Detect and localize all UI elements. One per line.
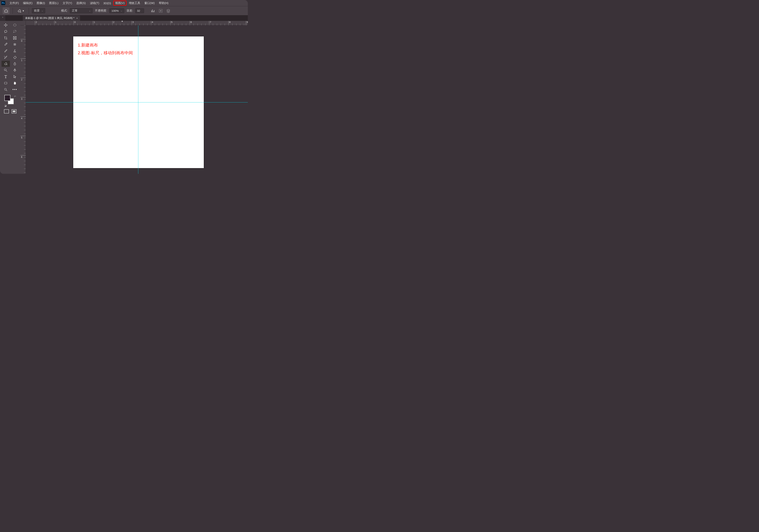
- ruler-v-tick: 5: [20, 136, 26, 139]
- tolerance-value: 32: [137, 9, 140, 12]
- ruler-h-tick: 8: [228, 21, 230, 25]
- magic-lasso-tool[interactable]: [11, 28, 19, 34]
- svg-rect-6: [4, 82, 7, 84]
- opacity-dropdown[interactable]: 100% ⌄: [109, 8, 124, 13]
- menu-layer[interactable]: 图层(L): [47, 1, 60, 6]
- ruler-h-tick: 4: [151, 21, 153, 25]
- opacity-label: 不透明度:: [95, 9, 107, 13]
- ruler-h-tick: 3: [132, 21, 134, 25]
- document-tab-title: 未标题-1 @ 90.9% (图层 1 拷贝, RGB/8) *: [25, 17, 74, 20]
- menu-type[interactable]: 文字(Y): [61, 1, 74, 6]
- antialias-toggle[interactable]: [150, 8, 156, 14]
- mode-label: 模式:: [61, 9, 67, 13]
- svg-point-7: [4, 88, 6, 90]
- marquee-ellipse-tool[interactable]: [11, 22, 19, 28]
- menu-view[interactable]: 视图(V): [113, 1, 127, 6]
- edit-toolbar[interactable]: •••: [11, 87, 19, 93]
- menu-edit[interactable]: 编辑(E): [21, 1, 34, 6]
- svg-point-4: [7, 64, 7, 65]
- canvas-zone: 2 1 0 1 2 3 4 5 6 7 8 9 0 1 2 3 4 5 6: [20, 21, 248, 174]
- blend-mode-value: 正常: [72, 9, 78, 13]
- annotation-line-1: 1.新建画布: [78, 41, 133, 49]
- close-icon[interactable]: ×: [76, 17, 78, 20]
- menu-file[interactable]: 文件(F): [8, 1, 21, 6]
- menu-3d[interactable]: 3D(D): [101, 1, 113, 6]
- annotation-text: 1.新建画布 2.视图-标尺，移动到画布中间: [78, 41, 133, 57]
- color-swatches[interactable]: ⤺ ◪: [4, 95, 17, 107]
- ruler-h-tick: 2: [112, 21, 114, 25]
- contiguous-toggle[interactable]: [158, 8, 163, 14]
- crop-tool[interactable]: [2, 35, 10, 41]
- ruler-v-tick: 3: [20, 97, 26, 101]
- paint-bucket-tool[interactable]: [2, 61, 10, 67]
- path-select-tool[interactable]: [11, 74, 19, 80]
- ruler-v-tick: 4: [20, 116, 26, 120]
- standard-mode-button[interactable]: [4, 109, 9, 113]
- menu-filter[interactable]: 滤镜(T): [88, 1, 101, 6]
- tolerance-label: 容差:: [127, 9, 133, 13]
- dodge-tool[interactable]: [2, 67, 10, 73]
- ruler-h-tick: 0: [74, 21, 76, 25]
- menu-plugins[interactable]: 增效工具: [127, 1, 142, 6]
- contiguous-icon: [159, 9, 163, 13]
- collapse-panels-icon[interactable]: «: [0, 15, 5, 21]
- chevron-down-icon: ⌄: [121, 10, 122, 12]
- ruler-h-tick: 6: [190, 21, 192, 25]
- swap-colors-icon[interactable]: ⤺: [14, 95, 16, 98]
- eraser-tool[interactable]: [11, 54, 19, 60]
- tolerance-input[interactable]: 32: [135, 8, 144, 13]
- paint-bucket-icon: [17, 9, 21, 13]
- svg-point-1: [14, 24, 16, 26]
- lasso-tool[interactable]: [2, 28, 10, 34]
- ruler-h-tick: 9: [246, 21, 248, 25]
- default-colors-icon[interactable]: ◪: [4, 104, 7, 107]
- menu-image[interactable]: 图像(I): [35, 1, 47, 6]
- pen-tool[interactable]: [11, 67, 19, 73]
- layers-icon: [166, 9, 170, 13]
- guide-horizontal[interactable]: [26, 102, 248, 102]
- menu-window[interactable]: 窗口(W): [142, 1, 157, 6]
- menu-help[interactable]: 帮助(H): [157, 1, 170, 6]
- all-layers-toggle[interactable]: [166, 8, 171, 14]
- ruler-origin[interactable]: [20, 21, 26, 25]
- quickmask-mode-button[interactable]: [12, 109, 17, 113]
- chevron-down-icon: ⌄: [89, 10, 91, 12]
- ruler-cursor-indicator: [121, 21, 123, 22]
- ruler-h-tick: 7: [209, 21, 211, 25]
- options-bar: ▾ 前景 ⌄ 模式: 正常 ⌄ 不透明度: 100% ⌄ 容差: 32: [0, 6, 248, 15]
- smudge-tool[interactable]: [11, 61, 19, 67]
- chevron-down-icon: ▾: [22, 9, 24, 13]
- frame-tool[interactable]: [11, 35, 19, 41]
- canvas-background[interactable]: 1.新建画布 2.视图-标尺，移动到画布中间: [26, 25, 248, 174]
- ruler-h-tick: 1: [93, 21, 95, 25]
- home-button[interactable]: [3, 7, 10, 14]
- annotation-line-2: 2.视图-标尺，移动到画布中间: [78, 49, 133, 57]
- type-tool[interactable]: [2, 74, 10, 80]
- fill-source-dropdown[interactable]: 前景 ⌄: [32, 8, 45, 13]
- svg-point-5: [4, 69, 6, 71]
- menu-bar: Ps 文件(F) 编辑(E) 图像(I) 图层(L) 文字(Y) 选择(S) 滤…: [0, 0, 248, 6]
- document-tab[interactable]: 未标题-1 @ 90.9% (图层 1 拷贝, RGB/8) * ×: [23, 16, 80, 21]
- zoom-tool[interactable]: [2, 87, 10, 93]
- spot-heal-tool[interactable]: [11, 41, 19, 47]
- home-icon: [4, 9, 8, 13]
- ruler-h-tick: 5: [170, 21, 173, 25]
- history-brush-tool[interactable]: [2, 54, 10, 60]
- document-tabstrip: 未标题-1 @ 90.9% (图层 1 拷贝, RGB/8) * ×: [5, 15, 248, 21]
- chevron-down-icon: ⌄: [42, 10, 43, 12]
- vertical-ruler[interactable]: 0 1 2 3 4 5 6: [20, 25, 26, 174]
- hand-tool[interactable]: [11, 80, 19, 86]
- rectangle-tool[interactable]: [2, 80, 10, 86]
- toolbox: ••• ⤺ ◪: [0, 21, 20, 174]
- menu-select[interactable]: 选择(S): [74, 1, 88, 6]
- blend-mode-dropdown[interactable]: 正常 ⌄: [70, 8, 93, 13]
- ruler-v-tick: 6: [20, 155, 26, 158]
- foreground-color[interactable]: [4, 95, 11, 101]
- opacity-value: 100%: [111, 9, 119, 12]
- horizontal-ruler[interactable]: 2 1 0 1 2 3 4 5 6 7 8 9: [26, 21, 248, 25]
- move-tool[interactable]: [2, 22, 10, 28]
- current-tool-indicator[interactable]: ▾: [16, 8, 25, 14]
- brush-tool[interactable]: [2, 48, 10, 54]
- eyedropper-tool[interactable]: [2, 41, 10, 47]
- clone-stamp-tool[interactable]: [11, 48, 19, 54]
